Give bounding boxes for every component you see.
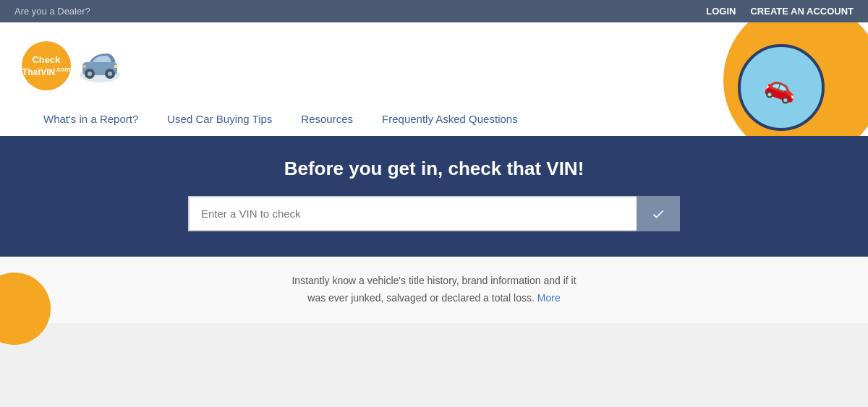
- car-crash-image: 🚗: [738, 44, 825, 131]
- vin-input[interactable]: [188, 196, 637, 231]
- vin-search-form: [188, 196, 680, 231]
- info-text: Instantly know a vehicle's title history…: [14, 273, 854, 307]
- header-area: 🚗 Check ThatVIN.com: [0, 22, 868, 136]
- car-icon: [77, 46, 124, 89]
- more-link[interactable]: More: [537, 292, 561, 304]
- hero-section: Before you get in, check that VIN!: [0, 136, 868, 257]
- nav-resources[interactable]: Resources: [301, 113, 353, 125]
- info-section: Instantly know a vehicle's title history…: [0, 257, 868, 323]
- svg-point-5: [108, 72, 112, 76]
- nav-whats-in-report[interactable]: What's in a Report?: [43, 113, 138, 125]
- logo[interactable]: Check ThatVIN.com: [22, 41, 124, 90]
- vin-submit-button[interactable]: [637, 196, 680, 231]
- logo-bubble: Check ThatVIN.com: [22, 41, 71, 90]
- hero-title: Before you get in, check that VIN!: [14, 158, 854, 180]
- svg-rect-7: [82, 65, 86, 68]
- create-account-link[interactable]: CREATE AN ACCOUNT: [750, 6, 854, 17]
- svg-point-3: [88, 72, 92, 76]
- nav-faq[interactable]: Frequently Asked Questions: [382, 113, 518, 125]
- header-top: Check ThatVIN.com: [22, 30, 846, 102]
- nav-bar: What's in a Report? Used Car Buying Tips…: [22, 102, 846, 136]
- logo-that: ThatVIN.com: [22, 66, 70, 77]
- nav-used-car-tips[interactable]: Used Car Buying Tips: [167, 113, 272, 125]
- checkmark-icon: [651, 207, 665, 221]
- svg-rect-6: [114, 65, 118, 68]
- top-bar: Are you a Dealer? LOGIN CREATE AN ACCOUN…: [0, 0, 868, 22]
- logo-check: Check: [32, 54, 60, 66]
- top-bar-actions: LOGIN CREATE AN ACCOUNT: [706, 6, 854, 17]
- dealer-text: Are you a Dealer?: [14, 6, 90, 17]
- login-link[interactable]: LOGIN: [706, 6, 736, 17]
